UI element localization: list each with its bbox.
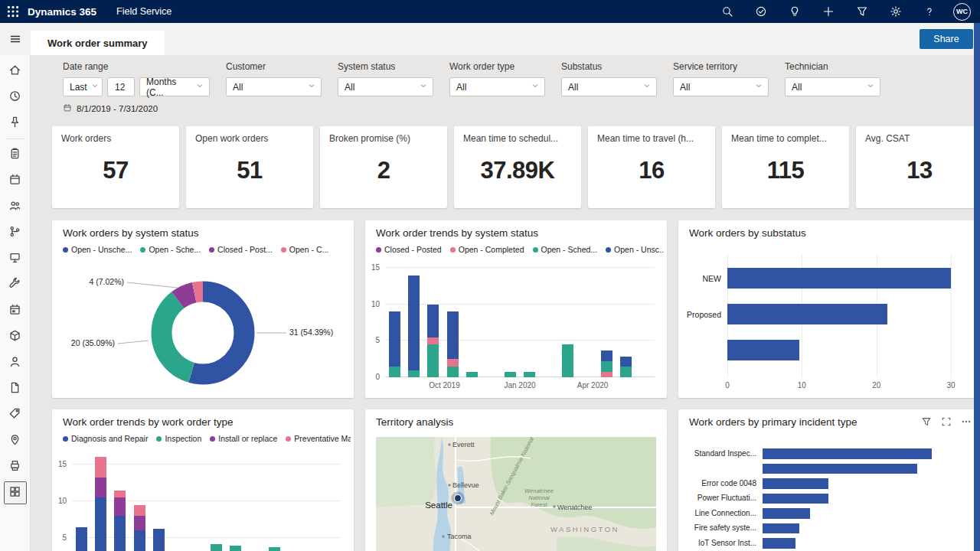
sidebar-item-calendar2[interactable] — [4, 298, 27, 324]
bar-segment[interactable] — [95, 457, 106, 478]
bar-segment[interactable] — [427, 344, 439, 377]
filter-work-order-type-dropdown[interactable]: All — [449, 77, 545, 96]
bar-segment[interactable] — [134, 530, 145, 551]
sidebar-item-wrench[interactable] — [4, 272, 27, 298]
filter-substatus-dropdown[interactable]: All — [561, 77, 657, 96]
bar-segment[interactable] — [389, 367, 400, 377]
user-avatar[interactable]: WC — [953, 3, 971, 21]
bar-segment[interactable] — [408, 370, 420, 378]
sidebar-item-clipboard[interactable] — [4, 142, 27, 168]
bar-segment[interactable] — [114, 491, 126, 498]
bar-segment[interactable] — [114, 516, 126, 551]
filter-technician-dropdown[interactable]: All — [785, 77, 880, 96]
share-button[interactable]: Share — [920, 29, 973, 49]
sidebar-item-monitor[interactable] — [4, 246, 27, 272]
filter-icon[interactable] — [849, 0, 875, 23]
bar-segment[interactable] — [76, 527, 87, 551]
legend-item[interactable]: Open - Sche... — [140, 245, 201, 254]
vertical-scrollbar[interactable] — [974, 23, 980, 551]
date-range-unit-dropdown[interactable]: Months (C... — [139, 77, 210, 96]
bar-segment[interactable] — [134, 505, 145, 516]
kpi-card-mean-time-to-travel-h[interactable]: Mean time to travel (h... 16 — [588, 126, 715, 208]
tab-work-order-summary[interactable]: Work order summary — [31, 31, 165, 55]
sidebar-item-people[interactable] — [4, 194, 27, 220]
territory-map[interactable]: EverettBellevueSeattleTacomaWenatcheeWAS… — [376, 437, 656, 551]
bar-segment[interactable] — [447, 367, 459, 377]
kpi-card-open-work-orders[interactable]: Open work orders 51 — [186, 126, 313, 208]
filter-service-territory-dropdown[interactable]: All — [673, 77, 769, 96]
bar-segment[interactable] — [601, 361, 612, 372]
legend-item[interactable]: Preventative Mai... — [286, 434, 351, 443]
bar-segment[interactable] — [389, 311, 400, 367]
bar-segment[interactable] — [466, 372, 478, 377]
bar-segment[interactable] — [153, 529, 165, 551]
bar[interactable] — [763, 523, 799, 534]
sidebar-item-location[interactable] — [4, 428, 27, 454]
kpi-card-mean-time-to-complet[interactable]: Mean time to complet... 115 — [722, 126, 849, 208]
bar-segment[interactable] — [427, 337, 439, 345]
legend-item[interactable]: Open - C... — [281, 245, 328, 254]
bar-segment[interactable] — [447, 311, 459, 359]
bar-segment[interactable] — [408, 276, 420, 370]
filter-customer-dropdown[interactable]: All — [226, 77, 322, 96]
kpi-card-mean-time-to-schedul[interactable]: Mean time to schedul... 37.89K — [454, 126, 581, 208]
filter-system-status-dropdown[interactable]: All — [338, 77, 433, 96]
sidebar-item-calendar[interactable] — [4, 168, 27, 194]
bar-segment[interactable] — [620, 357, 632, 366]
help-icon[interactable] — [916, 0, 942, 23]
search-icon[interactable] — [714, 0, 740, 23]
legend-item[interactable]: Open - Unsche... — [63, 245, 132, 254]
bar-segment[interactable] — [211, 544, 222, 551]
bar-segment[interactable] — [95, 478, 106, 497]
bar-segment[interactable] — [114, 497, 126, 516]
check-circle-icon[interactable] — [748, 0, 774, 23]
focus-icon[interactable] — [940, 416, 952, 428]
kpi-card-broken-promise[interactable]: Broken promise (%) 2 — [320, 126, 447, 208]
kpi-card-avg-csat[interactable]: Avg. CSAT 13 — [856, 126, 974, 208]
bar[interactable] — [763, 508, 810, 519]
legend-item[interactable]: Open - Unsc... — [606, 245, 664, 254]
sidebar-item-pin[interactable] — [4, 110, 27, 136]
bar[interactable] — [727, 304, 887, 324]
sidebar-item-tag[interactable] — [4, 402, 27, 428]
bar-segment[interactable] — [447, 359, 459, 367]
bar-segment[interactable] — [562, 344, 573, 377]
app-launcher-waffle-icon[interactable] — [0, 0, 26, 23]
bar-segment[interactable] — [601, 372, 612, 377]
plus-icon[interactable] — [815, 0, 841, 23]
bar-segment[interactable] — [134, 516, 145, 530]
filter-icon[interactable] — [920, 416, 933, 428]
bar-segment[interactable] — [95, 497, 106, 551]
sidebar-item-user[interactable] — [4, 350, 27, 376]
sidebar-item-home[interactable] — [4, 58, 27, 84]
bar[interactable] — [727, 340, 799, 360]
bar[interactable] — [763, 464, 917, 474]
bar-segment[interactable] — [505, 372, 516, 377]
sidebar-item-doc[interactable] — [4, 376, 27, 402]
bar-segment[interactable] — [269, 547, 280, 551]
sidebar-item-printer[interactable] — [4, 454, 27, 480]
bar-segment[interactable] — [620, 367, 632, 377]
bar-segment[interactable] — [601, 350, 612, 361]
more-icon[interactable] — [960, 416, 972, 428]
legend-item[interactable]: Diagnosis and Repair — [63, 434, 148, 443]
date-range-count-input[interactable]: 12 — [107, 77, 135, 96]
bar-segment[interactable] — [524, 372, 535, 377]
kpi-card-work-orders[interactable]: Work orders 57 — [52, 126, 179, 208]
sidebar-item-box[interactable] — [4, 324, 27, 350]
bar[interactable] — [727, 268, 951, 289]
legend-item[interactable]: Open - Sched... — [533, 245, 598, 254]
hamburger-menu-icon[interactable] — [0, 23, 31, 55]
bar-segment[interactable] — [427, 305, 439, 337]
bar[interactable] — [763, 478, 828, 489]
legend-item[interactable]: Closed - Posted — [376, 245, 442, 254]
gear-icon[interactable] — [883, 0, 909, 23]
sidebar-item-dashboard[interactable] — [4, 481, 27, 504]
bar[interactable] — [763, 494, 828, 504]
legend-item[interactable]: Closed - Post... — [209, 245, 273, 254]
map-marker[interactable] — [455, 495, 462, 502]
bar-segment[interactable] — [230, 546, 241, 551]
date-range-mode-dropdown[interactable]: Last — [63, 77, 103, 96]
legend-item[interactable]: Install or replace — [210, 434, 277, 443]
sidebar-item-clock[interactable] — [4, 84, 27, 110]
